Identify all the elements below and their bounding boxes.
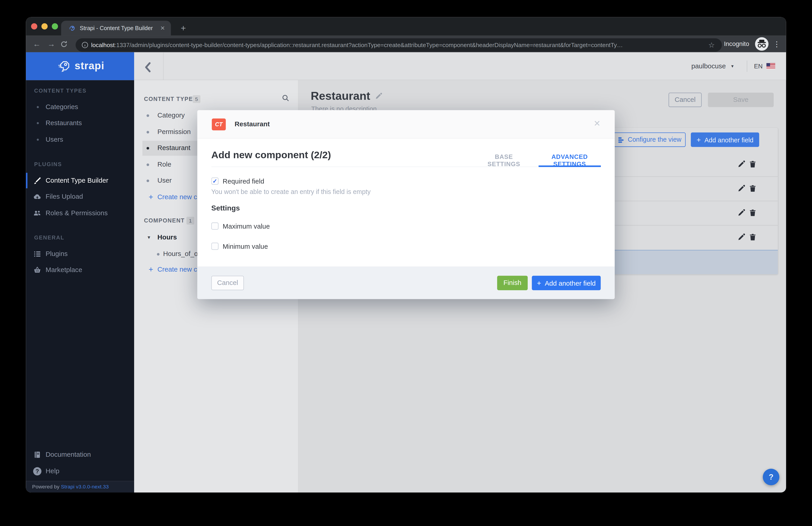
sidebar-item-content-type-builder[interactable]: Content Type Builder <box>26 175 134 186</box>
sidebar-footer: Powered by Strapi v3.0.0-next.33 <box>26 481 140 493</box>
bullet-icon <box>147 147 149 149</box>
info-icon[interactable] <box>81 42 89 49</box>
required-field-label[interactable]: Required field <box>223 178 264 185</box>
minimum-value-checkbox[interactable] <box>212 243 219 250</box>
edit-title-pencil-icon[interactable] <box>375 93 382 100</box>
screen: Strapi - Content Type Builder ✕ + ← → lo… <box>0 0 812 526</box>
url-text: localhost:1337/admin/plugins/content-typ… <box>91 38 702 51</box>
close-window-button[interactable] <box>31 23 37 29</box>
forward-button[interactable]: → <box>45 36 58 52</box>
add-component-modal: CT Restaurant ✕ Add new component (2/2) … <box>197 110 615 299</box>
tab-base-settings[interactable]: BASE SETTINGS <box>480 153 527 168</box>
tab-title: Strapi - Content Type Builder <box>80 20 156 35</box>
active-tab-underline <box>538 165 600 167</box>
modal-cancel-button[interactable]: Cancel <box>212 276 244 290</box>
sidebar-logo-band[interactable]: strapi <box>26 52 134 80</box>
subnav-header-component: COMPONENT <box>144 217 185 223</box>
back-button[interactable]: ← <box>30 36 44 52</box>
finish-button[interactable]: Finish <box>497 276 528 290</box>
page-cancel-button[interactable]: Cancel <box>669 93 702 107</box>
add-another-field-button-page[interactable]: +Add another field <box>691 132 759 147</box>
subnav-header-content-types: CONTENT TYPES <box>144 96 197 102</box>
sidebar-item-documentation[interactable]: Documentation <box>26 449 134 460</box>
edit-pencil-icon[interactable] <box>738 209 745 216</box>
sidebar-item-help[interactable]: ? Help <box>26 466 134 477</box>
browser-tab[interactable]: Strapi - Content Type Builder ✕ <box>61 20 171 35</box>
user-menu[interactable]: paulbocuse <box>691 52 726 80</box>
help-fab-button[interactable]: ? <box>763 469 779 485</box>
sidebar-item-users[interactable]: Users <box>26 134 134 145</box>
sidebar-section-general: GENERAL <box>34 234 127 241</box>
strapi-brand: strapi <box>74 52 104 80</box>
topbar-divider-2 <box>747 60 747 72</box>
sidebar-item-restaurants[interactable]: Restaurants <box>26 118 134 129</box>
powered-by-text: Powered by <box>32 484 61 489</box>
required-field-help: You won't be able to create an entry if … <box>212 188 371 196</box>
maximum-value-checkbox[interactable] <box>212 223 219 230</box>
sidebar-section-content-types: CONTENT TYPES <box>34 87 127 95</box>
required-field-checkbox[interactable]: ✓ <box>212 178 219 185</box>
incognito-label: Incognito <box>724 36 749 52</box>
url-host: localhost <box>91 42 115 48</box>
reload-icon[interactable] <box>60 40 68 48</box>
incognito-icon <box>755 37 768 51</box>
app-topbar <box>134 52 786 80</box>
settings-heading: Settings <box>212 204 240 212</box>
basket-icon <box>33 266 42 274</box>
search-icon[interactable] <box>281 94 289 102</box>
url-bar[interactable]: localhost:1337/admin/plugins/content-typ… <box>76 38 722 51</box>
url-path: :1337/admin/plugins/content-type-builder… <box>115 42 623 48</box>
chevron-down-icon[interactable]: ▾ <box>731 52 734 80</box>
browser-titlebar: Strapi - Content Type Builder ✕ + <box>26 17 786 35</box>
component-count-badge: 1 <box>187 217 194 225</box>
us-flag-icon <box>767 63 775 69</box>
strapi-version-link[interactable]: Strapi v3.0.0-next.33 <box>61 484 109 489</box>
plus-icon: + <box>149 191 153 203</box>
kebab-menu-icon[interactable]: ⋮ <box>772 36 782 52</box>
back-chevron-icon[interactable] <box>144 62 151 73</box>
tab-close-icon[interactable]: ✕ <box>158 20 168 35</box>
sidebar-section-plugins: PLUGINS <box>34 161 127 168</box>
language-selector[interactable]: EN <box>754 52 763 80</box>
cloud-upload-icon <box>33 192 42 201</box>
delete-trash-icon[interactable] <box>749 209 756 216</box>
delete-trash-icon[interactable] <box>749 185 756 192</box>
new-tab-button[interactable]: + <box>177 20 190 35</box>
maximum-value-label[interactable]: Maximum value <box>223 223 270 230</box>
paintbrush-icon <box>33 176 42 185</box>
browser-window: Strapi - Content Type Builder ✕ + ← → lo… <box>26 17 786 493</box>
maximize-window-button[interactable] <box>52 23 58 29</box>
edit-pencil-icon[interactable] <box>738 185 745 192</box>
modal-title: Add new component (2/2) <box>212 150 331 161</box>
check-icon: ✓ <box>213 178 217 184</box>
minimize-window-button[interactable] <box>42 23 47 29</box>
minimum-value-label[interactable]: Minimum value <box>223 243 268 250</box>
delete-trash-icon[interactable] <box>749 234 756 241</box>
page-save-button[interactable]: Save <box>708 93 774 107</box>
list-icon <box>33 250 42 258</box>
sidebar-item-plugins[interactable]: Plugins <box>26 248 134 260</box>
edit-pencil-icon[interactable] <box>738 234 745 241</box>
bullet-icon <box>37 106 39 108</box>
topbar-divider <box>163 52 163 80</box>
modal-close-icon[interactable]: ✕ <box>591 118 603 130</box>
sidebar-item-categories[interactable]: Categories <box>26 101 134 113</box>
modal-content-type-name: Restaurant <box>234 110 270 139</box>
sidebar-item-marketplace[interactable]: Marketplace <box>26 264 134 276</box>
page-title: Restaurant <box>310 89 370 103</box>
sliders-icon <box>618 137 625 144</box>
sidebar-item-files-upload[interactable]: Files Upload <box>26 191 134 202</box>
configure-view-button[interactable]: Configure the view <box>614 132 686 147</box>
edit-pencil-icon[interactable] <box>738 161 745 168</box>
book-icon <box>33 451 42 459</box>
users-icon <box>33 209 42 217</box>
caret-down-icon[interactable]: ▾ <box>147 231 150 244</box>
sidebar-item-roles-permissions[interactable]: Roles & Permissions <box>26 208 134 219</box>
bullet-icon <box>147 163 149 166</box>
bookmark-star-icon[interactable]: ☆ <box>705 38 718 51</box>
add-another-field-button-modal[interactable]: +Add another field <box>532 276 600 290</box>
bullet-icon <box>147 114 149 117</box>
delete-trash-icon[interactable] <box>749 161 756 168</box>
stage: Strapi - Content Type Builder ✕ + ← → lo… <box>0 0 812 526</box>
bullet-icon <box>157 253 160 256</box>
